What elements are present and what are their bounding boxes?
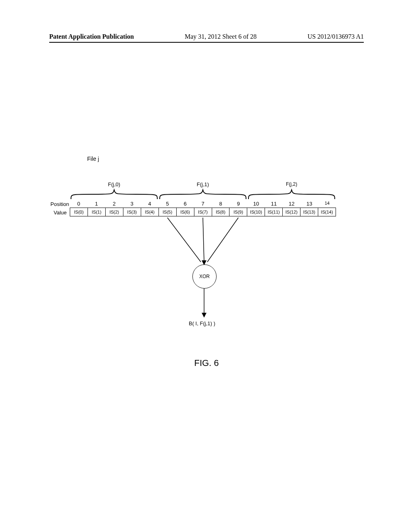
file-label: File j — [87, 156, 99, 162]
value-cell: IS(13) — [300, 208, 318, 216]
svg-marker-5 — [202, 313, 206, 318]
xor-output-label: B( I, F(j,1) ) — [189, 320, 215, 326]
value-cell: IS(7) — [194, 208, 212, 216]
position-cell: 13 — [300, 200, 318, 208]
brace-row: F(j,0) F(j,1) F(j,2) — [70, 182, 336, 197]
position-cell: 7 — [194, 200, 212, 208]
value-cell: IS(10) — [247, 208, 265, 216]
position-cell: 12 — [283, 200, 300, 208]
value-cell: IS(9) — [229, 208, 247, 216]
brace-label-2: F(j,2) — [247, 181, 336, 187]
position-cell: 3 — [123, 200, 141, 208]
value-cell: IS(4) — [141, 208, 159, 216]
brace-group-1: F(j,1) — [159, 182, 247, 197]
position-cell: 11 — [265, 200, 283, 208]
value-cell: IS(6) — [177, 208, 194, 216]
position-cell: 8 — [212, 200, 229, 208]
header-publication: Patent Application Publication — [49, 33, 134, 40]
header-pubnum: US 2012/0136973 A1 — [307, 33, 364, 40]
position-cell: 10 — [247, 200, 265, 208]
position-cell: 14 — [318, 200, 336, 208]
header-rule — [49, 42, 364, 43]
brace-icon — [159, 189, 247, 199]
position-cell: 5 — [159, 200, 176, 208]
brace-label-0: F(j,0) — [70, 181, 159, 187]
header-sheet: May 31, 2012 Sheet 6 of 28 — [185, 33, 257, 40]
position-row: 0 1 2 3 4 5 6 7 8 9 10 11 12 13 14 — [70, 200, 336, 208]
position-cell: 6 — [176, 200, 194, 208]
value-cell: IS(2) — [106, 208, 123, 216]
position-cell: 1 — [88, 200, 105, 208]
value-cell: IS(8) — [212, 208, 230, 216]
value-cell: IS(12) — [283, 208, 300, 216]
header: Patent Application Publication May 31, 2… — [0, 33, 413, 40]
brace-label-1: F(j,1) — [159, 181, 247, 187]
row-label-position: Position — [50, 201, 69, 207]
brace-group-2: F(j,2) — [247, 182, 336, 197]
position-cell: 9 — [229, 200, 247, 208]
value-cell: IS(14) — [318, 208, 336, 216]
value-cell: IS(5) — [159, 208, 177, 216]
value-cell: IS(1) — [88, 208, 106, 216]
position-cell: 0 — [70, 200, 88, 208]
value-cell: IS(3) — [123, 208, 141, 216]
figure-caption: FIG. 6 — [0, 358, 413, 368]
brace-icon — [247, 189, 336, 199]
brace-icon — [70, 189, 159, 199]
figure-diagram: Position Value F(j,0) F(j,1) F(j,2) 0 1 … — [50, 173, 357, 216]
row-label-value: Value — [54, 210, 67, 216]
position-cell: 4 — [141, 200, 159, 208]
brace-group-0: F(j,0) — [70, 182, 159, 197]
value-cell: IS(11) — [265, 208, 283, 216]
position-cell: 2 — [105, 200, 123, 208]
value-row: IS(0) IS(1) IS(2) IS(3) IS(4) IS(5) IS(6… — [70, 208, 336, 216]
value-cell: IS(0) — [70, 208, 88, 216]
